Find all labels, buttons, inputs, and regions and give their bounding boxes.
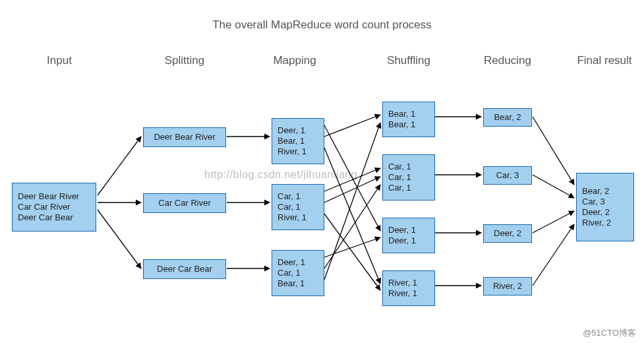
svg-line-20 (533, 175, 574, 198)
svg-line-8 (324, 148, 380, 284)
map-box-1: Deer, 1 Bear, 1 River, 1 (272, 118, 324, 164)
shuffle-bear-a: Bear, 1 (388, 109, 429, 119)
map-box-2: Car, 1 Car, 1 River, 1 (272, 184, 324, 230)
svg-line-11 (324, 214, 380, 290)
map1-c: River, 1 (278, 146, 318, 157)
svg-line-2 (98, 210, 141, 268)
reduce-car: Car, 3 (496, 170, 519, 181)
svg-line-13 (324, 185, 380, 268)
credit-text: @51CTO博客 (583, 327, 636, 339)
col-header-reducing: Reducing (475, 54, 541, 67)
final-c: Deer, 2 (582, 207, 628, 218)
reduce-box-deer: Deer, 2 (483, 224, 532, 243)
input-line-3: Deer Car Bear (18, 212, 90, 223)
svg-line-14 (324, 123, 380, 280)
shuffle-box-river: River, 1 River, 1 (382, 270, 435, 306)
svg-line-19 (533, 117, 574, 185)
svg-line-6 (324, 125, 380, 231)
svg-line-0 (98, 137, 141, 195)
map1-b: Bear, 1 (278, 136, 318, 146)
split-text-1: Deer Bear River (154, 132, 215, 142)
final-result-box: Bear, 2 Car, 3 Deer, 2 River, 2 (576, 173, 634, 241)
col-header-shuffling: Shuffling (376, 54, 442, 67)
map3-b: Car, 1 (278, 268, 318, 278)
map-box-3: Deer, 1 Car, 1 Bear, 1 (272, 250, 324, 296)
svg-line-22 (533, 224, 574, 286)
col-header-input: Input (33, 54, 86, 67)
shuffle-river-b: River, 1 (388, 288, 429, 299)
shuffle-car-a: Car, 1 (388, 162, 429, 172)
map2-c: River, 1 (278, 212, 318, 223)
shuffle-deer-a: Deer, 1 (388, 225, 429, 235)
svg-line-21 (533, 211, 574, 233)
split-text-2: Car Car River (158, 198, 210, 208)
input-line-2: Car Car River (18, 202, 90, 212)
diagram-title: The overall MapReduce word count process (0, 18, 644, 32)
svg-line-10 (324, 177, 380, 203)
svg-line-7 (324, 115, 380, 137)
shuffle-deer-b: Deer, 1 (388, 235, 429, 246)
col-header-splitting: Splitting (152, 54, 218, 67)
shuffle-box-deer: Deer, 1 Deer, 1 (382, 218, 435, 253)
reduce-box-car: Car, 3 (483, 166, 532, 185)
shuffle-car-b: Car, 1 (388, 172, 429, 183)
reduce-river: River, 2 (493, 281, 522, 292)
split-box-3: Deer Car Bear (143, 259, 226, 279)
map3-c: Bear, 1 (278, 278, 318, 289)
reduce-box-river: River, 2 (483, 277, 532, 296)
reduce-box-bear: Bear, 2 (483, 108, 532, 127)
shuffle-box-car: Car, 1 Car, 1 Car, 1 (382, 154, 435, 201)
watermark-text: http://blog.csdn.net/jihuanliang (204, 169, 357, 181)
split-text-3: Deer Car Bear (157, 264, 212, 274)
shuffle-bear-b: Bear, 1 (388, 119, 429, 130)
map1-a: Deer, 1 (278, 125, 318, 136)
shuffle-car-c: Car, 1 (388, 183, 429, 193)
map2-b: Car, 1 (278, 202, 318, 212)
final-b: Car, 3 (582, 197, 628, 207)
reduce-deer: Deer, 2 (494, 228, 521, 239)
map2-a: Car, 1 (278, 191, 318, 202)
input-box: Deer Bear River Car Car River Deer Car B… (12, 183, 96, 232)
split-box-2: Car Car River (143, 193, 226, 213)
input-line-1: Deer Bear River (18, 191, 90, 202)
shuffle-river-a: River, 1 (388, 278, 429, 288)
final-d: River, 2 (582, 218, 628, 228)
col-header-final: Final result (568, 54, 641, 67)
reduce-bear: Bear, 2 (494, 112, 521, 123)
col-header-mapping: Mapping (265, 54, 324, 67)
split-box-1: Deer Bear River (143, 127, 226, 147)
map3-a: Deer, 1 (278, 257, 318, 268)
svg-line-9 (324, 168, 380, 191)
shuffle-box-bear: Bear, 1 Bear, 1 (382, 102, 435, 137)
svg-line-12 (324, 237, 380, 257)
final-a: Bear, 2 (582, 186, 628, 197)
